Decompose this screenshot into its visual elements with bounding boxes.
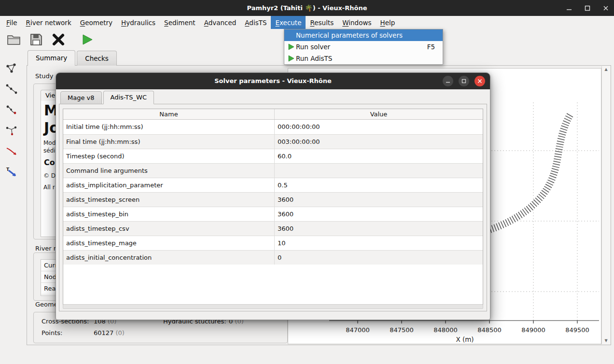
param-name: Initial time (jj:hh:mm:ss)	[63, 120, 274, 134]
param-value[interactable]: 3600	[274, 193, 483, 207]
tab-summary[interactable]: Summary	[28, 50, 75, 66]
dialog-title: Solver parameters - Vieux-Rhône	[56, 73, 490, 89]
tab-adis-ts-wc[interactable]: Adis-TS_WC	[103, 91, 154, 104]
param-value[interactable]: 000:00:00:00	[274, 120, 483, 134]
param-name: adists_timestep_mage	[63, 236, 274, 250]
junction-edit-icon[interactable]	[3, 123, 20, 139]
svg-text:849500: 849500	[565, 326, 589, 334]
dialog-titlebar[interactable]: Solver parameters - Vieux-Rhône	[56, 73, 490, 89]
svg-text:848500: 848500	[477, 326, 502, 334]
menu-help[interactable]: Help	[376, 16, 400, 29]
param-name: Timestep (second)	[63, 149, 274, 163]
header-value[interactable]: Value	[274, 109, 483, 119]
application-window: Pamhyr2 (Tahiti 🌴) - Vieux-Rhône File Ri…	[0, 0, 614, 364]
menu-sediment[interactable]: Sediment	[160, 16, 200, 29]
dialog-minimize-icon[interactable]	[443, 76, 453, 86]
menu-results[interactable]: Results	[306, 16, 338, 29]
param-name: adists_timestep_screen	[63, 193, 274, 207]
param-name: adists_timestep_csv	[63, 222, 274, 236]
param-name: adists_implicitation_parameter	[63, 178, 274, 192]
close-project-icon[interactable]	[50, 31, 67, 48]
svg-text:849000: 849000	[521, 326, 545, 334]
dialog-tab-pane: Name Value Initial time (jj:hh:mm:ss) 00…	[59, 104, 487, 311]
svg-text:848000: 848000	[433, 326, 458, 334]
menu-hydraulics[interactable]: Hydraulics	[117, 16, 160, 29]
param-name: Command line arguments	[63, 164, 274, 178]
close-icon[interactable]	[601, 4, 610, 13]
dialog-close-icon[interactable]	[474, 76, 485, 86]
menu-item-numerical-parameters[interactable]: Numerical parameters of solvers	[284, 29, 443, 41]
study-doc-text-2: sédi	[43, 147, 56, 154]
table-row: adists_initial_concentration 0	[63, 250, 483, 265]
tab-mage-v8[interactable]: Mage v8	[60, 91, 102, 104]
table-row: adists_timestep_bin 3600	[63, 207, 483, 221]
window-titlebar[interactable]: Pamhyr2 (Tahiti 🌴) - Vieux-Rhône	[0, 0, 614, 16]
parameters-table: Name Value Initial time (jj:hh:mm:ss) 00…	[63, 109, 483, 306]
execute-menu: Numerical parameters of solvers Run solv…	[284, 29, 443, 65]
menu-adists[interactable]: AdisTS	[240, 16, 271, 29]
vertical-scrollbar[interactable]: ▲ ▼	[601, 66, 610, 344]
menu-file[interactable]: File	[2, 16, 22, 29]
table-row: Command line arguments	[63, 163, 483, 178]
main-tabbar: Summary Checks	[28, 50, 118, 66]
river-reach-path	[483, 115, 570, 232]
x-axis-tick-labels: 847000 847500 848000 848500 849000 84950…	[346, 326, 589, 334]
study-doc-rights: All r	[43, 184, 55, 191]
minimize-icon[interactable]	[565, 4, 573, 13]
open-folder-icon[interactable]	[6, 31, 22, 48]
param-value[interactable]: 10	[274, 236, 483, 250]
network-nodes-icon[interactable]	[3, 102, 20, 118]
left-toolbar: T	[0, 56, 23, 345]
menu-item-run-solver[interactable]: Run solver F5	[284, 41, 443, 53]
table-row: adists_implicitation_parameter 0.5	[63, 178, 483, 192]
dialog-maximize-icon[interactable]	[459, 76, 469, 86]
maximize-icon[interactable]	[583, 4, 592, 13]
scroll-down-icon[interactable]: ▼	[604, 339, 607, 343]
dialog-tabbar: Mage v8 Adis-TS_WC	[60, 91, 155, 104]
menu-geometry[interactable]: Geometry	[76, 16, 117, 29]
header-name[interactable]: Name	[63, 109, 274, 119]
menu-item-run-adists[interactable]: Run AdisTS	[284, 53, 443, 64]
play-icon	[288, 55, 294, 62]
param-value[interactable]: 003:00:00:00	[274, 135, 483, 149]
save-icon[interactable]	[28, 31, 44, 48]
menu-execute[interactable]: Execute	[271, 16, 306, 29]
menubar: File River network Geometry Hydraulics S…	[0, 16, 614, 29]
menu-river-network[interactable]: River network	[22, 16, 76, 29]
window-title: Pamhyr2 (Tahiti 🌴) - Vieux-Rhône	[0, 0, 614, 16]
menu-advanced[interactable]: Advanced	[200, 16, 241, 29]
param-name: adists_initial_concentration	[63, 251, 274, 265]
river-network-icon[interactable]	[3, 60, 20, 77]
slope-curve-icon[interactable]	[3, 143, 20, 160]
table-header: Name Value	[63, 109, 483, 120]
param-value[interactable]	[274, 164, 483, 178]
table-row: adists_timestep_csv 3600	[63, 221, 483, 236]
table-row: Final time (jj:hh:mm:ss) 003:00:00:00	[63, 134, 483, 149]
run-solver-icon[interactable]	[79, 31, 96, 48]
table-row: Timestep (second) 60.0	[63, 149, 483, 163]
study-doc-text-1: Mod	[43, 140, 56, 146]
menu-windows[interactable]: Windows	[338, 16, 376, 29]
param-value[interactable]: 3600	[274, 207, 483, 221]
study-doc-subtitle: Co	[44, 158, 55, 167]
points-value: 60127 (0)	[94, 329, 125, 336]
svg-text:847000: 847000	[346, 326, 370, 334]
study-group-label: Study	[33, 72, 56, 80]
points-label: Points:	[42, 329, 62, 336]
initial-conditions-icon[interactable]: T	[3, 164, 20, 181]
scroll-up-icon[interactable]: ▲	[604, 68, 607, 71]
param-name: adists_timestep_bin	[63, 207, 274, 221]
tab-checks[interactable]: Checks	[77, 51, 117, 66]
param-value[interactable]: 0	[274, 251, 483, 265]
param-value[interactable]: 0.5	[274, 178, 483, 192]
reach-profile-icon[interactable]	[3, 81, 20, 98]
solver-parameters-dialog: Solver parameters - Vieux-Rhône Mage v8 …	[56, 72, 490, 320]
x-axis-label: X (m)	[456, 336, 474, 343]
play-icon	[288, 43, 294, 50]
dialog-bottom-strip	[63, 304, 483, 309]
table-row: adists_timestep_mage 10	[63, 236, 483, 250]
param-value[interactable]: 3600	[274, 222, 483, 236]
svg-text:847500: 847500	[390, 326, 414, 334]
param-name: Final time (jj:hh:mm:ss)	[63, 135, 274, 149]
param-value[interactable]: 60.0	[274, 149, 483, 163]
